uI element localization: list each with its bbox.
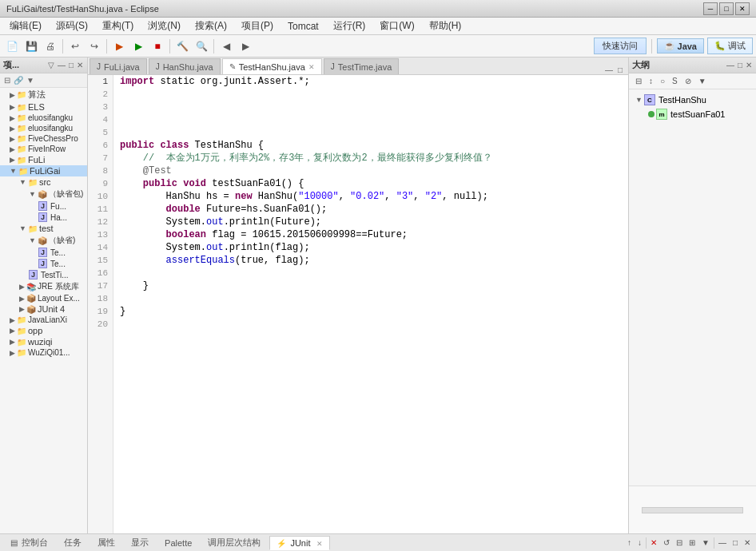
tab-fuli[interactable]: J FuLi.java xyxy=(90,58,147,74)
editor-minimize-btn[interactable]: — xyxy=(603,65,615,74)
close-button[interactable]: ✕ xyxy=(735,2,750,15)
outline-maximize-icon[interactable]: □ xyxy=(737,60,743,70)
editor-maximize-btn[interactable]: □ xyxy=(615,65,625,74)
menu-source[interactable]: 源码(S) xyxy=(50,18,94,34)
tree-item-src[interactable]: ▼📁src xyxy=(0,176,87,188)
new-button[interactable]: 📄 xyxy=(3,38,21,55)
maximize-button[interactable]: □ xyxy=(719,2,734,15)
panel-minimize-icon[interactable]: — xyxy=(57,60,66,70)
bp-minimize-btn[interactable]: — xyxy=(716,537,729,548)
tab-palette[interactable]: Palette xyxy=(157,536,199,550)
next-edit-button[interactable]: ▶ xyxy=(237,38,254,55)
tree-item-fuli-java[interactable]: JFu... xyxy=(0,200,87,212)
outline-sort-btn[interactable]: ↕ xyxy=(646,75,656,87)
save-button[interactable]: 💾 xyxy=(22,38,40,55)
print-button[interactable]: 🖨 xyxy=(42,38,59,55)
tab-testtime[interactable]: J TestTime.java xyxy=(324,58,399,74)
collapse-all-icon[interactable]: ⊟ xyxy=(3,75,11,85)
tree-item-fuli[interactable]: ▶📁FuLi xyxy=(0,154,87,165)
outline-minimize-icon[interactable]: — xyxy=(726,60,735,70)
outline-menu-btn[interactable]: ▼ xyxy=(695,75,710,87)
tree-item-testtime-java[interactable]: JTe... xyxy=(0,258,87,269)
bp-next-btn[interactable]: ↓ xyxy=(635,537,644,548)
panel-maximize-icon[interactable]: □ xyxy=(68,60,74,70)
tab-testhanshu[interactable]: ✎ TestHanShu.java ✕ xyxy=(222,58,322,74)
outline-close-icon[interactable]: ✕ xyxy=(745,60,753,70)
outline-fields-btn[interactable]: ○ xyxy=(657,75,668,87)
link-editor-icon[interactable]: 🔗 xyxy=(13,75,24,85)
tree-item-jre[interactable]: ▶📚JRE 系统库 xyxy=(0,280,87,293)
minimize-button[interactable]: ─ xyxy=(703,2,718,15)
tab-junit[interactable]: ⚡ JUnit ✕ xyxy=(269,536,329,550)
tree-item-wuziqi01[interactable]: ▶📁WuZiQi01... xyxy=(0,347,87,358)
tree-item-eluosi1[interactable]: ▶📁eluosifangku xyxy=(0,113,87,123)
bp-rerun-btn[interactable]: ↺ xyxy=(661,537,672,548)
tab-callhier[interactable]: 调用层次结构 xyxy=(201,534,268,551)
bp-close-btn[interactable]: ✕ xyxy=(742,537,753,548)
tab-junit-close[interactable]: ✕ xyxy=(316,540,323,548)
bp-stop-btn[interactable]: ✕ xyxy=(648,537,659,548)
debug-perspective-button[interactable]: 🐛 调试 xyxy=(707,38,753,54)
tree-item-junit4[interactable]: ▶📦JUnit 4 xyxy=(0,303,87,315)
code-editor[interactable]: 1 2 3 4 5 6 7 8 9 10 11 12 13 14 15 16 1 xyxy=(88,75,628,533)
tab-hanshu[interactable]: J HanShu.java xyxy=(149,58,221,74)
redo-button[interactable]: ↪ xyxy=(86,38,103,55)
tree-item-fiveinrow[interactable]: ▶📁FiveInRow xyxy=(0,144,87,154)
menu-navigate[interactable]: 浏览(N) xyxy=(141,18,187,34)
menu-help[interactable]: 帮助(H) xyxy=(423,18,468,34)
quick-access-button[interactable]: 快速访问 xyxy=(594,38,647,54)
panel-collapse-icon[interactable]: ▽ xyxy=(47,60,55,70)
menu-refactor[interactable]: 重构(T) xyxy=(96,18,140,34)
panel-close-icon[interactable]: ✕ xyxy=(76,60,84,70)
bp-prev-btn[interactable]: ↑ xyxy=(625,537,634,548)
tab-properties[interactable]: 属性 xyxy=(90,534,122,551)
bp-btn3[interactable]: ⊟ xyxy=(674,537,685,548)
debug-perspective-icon: 🐛 xyxy=(714,41,726,51)
view-menu-icon[interactable]: ▼ xyxy=(26,75,35,85)
stop-button[interactable]: ■ xyxy=(149,38,166,55)
editor-tab-controls: — □ xyxy=(603,65,628,74)
tab-display[interactable]: 显示 xyxy=(124,534,156,551)
tree-item-test[interactable]: ▼📁test xyxy=(0,223,87,234)
bp-btn4[interactable]: ⊞ xyxy=(686,537,698,548)
menu-window[interactable]: 窗口(W) xyxy=(373,18,420,34)
tree-item-layout[interactable]: ▶📦Layout Ex... xyxy=(0,293,87,303)
outline-collapse-btn[interactable]: ⊟ xyxy=(632,75,645,87)
tree-item-wuziqi[interactable]: ▶📁wuziqi xyxy=(0,336,87,347)
tree-item-javalianxi[interactable]: ▶📁JavaLianXi xyxy=(0,315,87,325)
tree-item-fivechess[interactable]: ▶📁FiveChessPro xyxy=(0,133,87,144)
bp-btn5[interactable]: ▼ xyxy=(699,537,712,548)
tab-testhanshu-close[interactable]: ✕ xyxy=(308,63,315,71)
debug-button[interactable]: ▶ xyxy=(110,38,128,55)
tree-item-fuligai[interactable]: ▼📁FuLiGai xyxy=(0,165,87,176)
undo-button[interactable]: ↩ xyxy=(66,38,84,55)
run-button[interactable]: ▶ xyxy=(129,38,147,55)
code-line-14: System.out.println(flag); xyxy=(120,241,622,254)
bp-maximize-btn[interactable]: □ xyxy=(730,537,740,548)
tree-item-suanfa[interactable]: ▶📁算法 xyxy=(0,88,87,101)
outline-nonpublic-btn[interactable]: ⊘ xyxy=(682,75,694,87)
menu-run[interactable]: 运行(R) xyxy=(327,18,372,34)
tree-item-default-pkg[interactable]: ▼📦（缺省包) xyxy=(0,188,87,200)
tree-item-els[interactable]: ▶📁ELS xyxy=(0,101,87,113)
tree-item-hanshu-java[interactable]: JHa... xyxy=(0,212,87,223)
outline-static-btn[interactable]: S xyxy=(669,75,681,87)
tree-item-opp[interactable]: ▶📁opp xyxy=(0,325,87,336)
menu-search[interactable]: 搜索(A) xyxy=(189,18,233,34)
tree-item-test-default-pkg[interactable]: ▼📦（缺省) xyxy=(0,234,87,247)
outline-class-item[interactable]: ▼ C TestHanShu xyxy=(632,93,753,107)
outline-scrollbar[interactable] xyxy=(642,507,743,513)
tree-item-eluosi2[interactable]: ▶📁eluosifangku xyxy=(0,123,87,133)
tree-item-testhanshu-java[interactable]: JTe... xyxy=(0,247,87,258)
build-button[interactable]: 🔨 xyxy=(173,38,191,55)
tree-item-testti[interactable]: JTestTi... xyxy=(0,269,87,280)
java-perspective-button[interactable]: ☕ Java xyxy=(657,38,704,54)
search-button[interactable]: 🔍 xyxy=(193,38,210,55)
outline-method-item[interactable]: m testSuanFa01 xyxy=(632,107,753,121)
tab-console[interactable]: ▤ 控制台 xyxy=(3,534,55,551)
tab-tasks[interactable]: 任务 xyxy=(57,534,89,551)
menu-edit[interactable]: 编辑(E) xyxy=(3,18,48,34)
prev-edit-button[interactable]: ◀ xyxy=(217,38,235,55)
menu-project[interactable]: 项目(P) xyxy=(235,18,280,34)
menu-tomcat[interactable]: Tomcat xyxy=(281,19,325,34)
